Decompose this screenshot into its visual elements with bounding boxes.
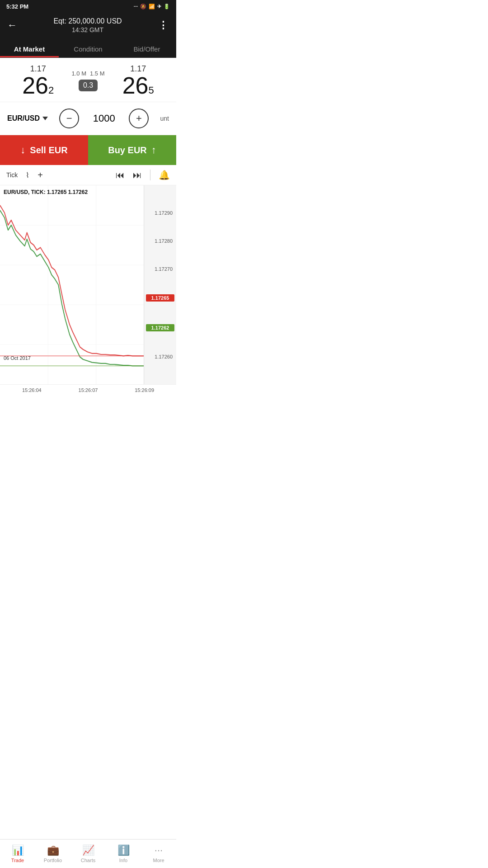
nav-portfolio-label: Portfolio — [44, 858, 62, 863]
go-first-button[interactable]: ⏮ — [116, 170, 125, 180]
trade-buttons: Sell EUR Buy EUR — [0, 135, 176, 165]
y-label-6: 1.17260 — [146, 354, 174, 359]
decrease-quantity-button[interactable]: − — [59, 108, 79, 128]
mute-icon: 🔕 — [140, 4, 146, 9]
nav-charts[interactable]: 📈 Charts — [70, 840, 106, 868]
spread-badge: 0.3 — [79, 80, 98, 91]
status-time: 5:32 PM — [6, 3, 28, 10]
nav-info[interactable]: ℹ️ Info — [106, 840, 141, 868]
header-info: Eqt: 250,000.00 USD 14:32 GMT — [17, 17, 158, 33]
sell-button[interactable]: Sell EUR — [0, 135, 88, 165]
nav-more[interactable]: ··· More — [141, 840, 176, 868]
sell-arrow-icon — [20, 144, 25, 156]
trade-icon: 📊 — [12, 844, 24, 856]
back-button[interactable]: ← — [7, 19, 17, 31]
header: ← Eqt: 250,000.00 USD 14:32 GMT ⋮ — [0, 13, 176, 40]
chart-y-axis: 1.17290 1.17280 1.17270 1.17265 1.17262 … — [144, 185, 176, 384]
controls-row: EUR/USD − 1000 + unt — [0, 102, 176, 135]
nav-trade-label: Trade — [11, 858, 24, 863]
y-label-2: 1.17280 — [146, 238, 174, 244]
price-section: 1.17 262 1.0 M 1.5 M 0.3 1.17 265 — [0, 58, 176, 102]
charts-icon: 📈 — [82, 844, 94, 856]
spread-info: 1.0 M 1.5 M 0.3 — [67, 70, 109, 91]
x-label-2: 15:26:07 — [79, 387, 98, 393]
sell-price-big: 262 — [9, 74, 67, 97]
info-icon: ℹ️ — [117, 844, 130, 856]
chart-area: EUR/USD, TICK: 1.17265 1.17262 06 Oct 20… — [0, 185, 176, 384]
battery-icon: 🔋 — [164, 4, 170, 9]
nav-portfolio[interactable]: 💼 Portfolio — [35, 840, 70, 868]
nav-trade[interactable]: 📊 Trade — [0, 840, 35, 868]
tab-condition[interactable]: Condition — [59, 40, 117, 57]
buy-arrow-icon — [151, 144, 156, 156]
add-drawing-button[interactable]: + — [38, 170, 43, 180]
buy-label: Buy EUR — [108, 145, 147, 156]
signal-icon: ··· — [134, 4, 138, 9]
price-alert-button[interactable]: 🔔 — [159, 170, 170, 180]
nav-charts-label: Charts — [81, 858, 95, 863]
y-label-1: 1.17290 — [146, 210, 174, 216]
tab-bar: At Market Condition Bid/Offer — [0, 40, 176, 58]
airplane-icon: ✈ — [157, 4, 161, 9]
wifi-icon: 📶 — [149, 4, 155, 9]
status-bar: 5:32 PM ··· 🔕 📶 ✈ 🔋 — [0, 0, 176, 13]
vol-left: 1.0 M — [71, 70, 86, 77]
volume-labels: 1.0 M 1.5 M — [71, 70, 104, 77]
pair-dropdown-arrow — [42, 117, 48, 120]
menu-button[interactable]: ⋮ — [158, 19, 169, 31]
nav-more-label: More — [153, 858, 164, 863]
price-tag-red: 1.17265 — [146, 294, 174, 302]
buy-price-big: 265 — [109, 74, 167, 97]
chart-inner: EUR/USD, TICK: 1.17265 1.17262 06 Oct 20… — [0, 185, 144, 384]
increase-quantity-button[interactable]: + — [129, 108, 149, 128]
tab-at-market[interactable]: At Market — [0, 40, 59, 57]
x-label-3: 15:26:09 — [135, 387, 154, 393]
sell-label: Sell EUR — [30, 145, 67, 156]
portfolio-icon: 💼 — [47, 844, 59, 856]
equity-display: Eqt: 250,000.00 USD — [17, 17, 158, 25]
pair-selector[interactable]: EUR/USD — [7, 114, 48, 123]
status-icons: ··· 🔕 📶 ✈ 🔋 — [134, 4, 170, 9]
chart-x-axis: 15:26:04 15:26:07 15:26:09 — [0, 384, 176, 396]
tick-button[interactable]: Tick — [6, 171, 18, 179]
more-icon: ··· — [155, 844, 163, 856]
buy-price: 1.17 265 — [109, 64, 167, 97]
y-label-3: 1.17270 — [146, 266, 174, 272]
go-last-button[interactable]: ⏭ — [133, 170, 142, 180]
tab-bid-offer[interactable]: Bid/Offer — [117, 40, 176, 57]
toolbar-divider — [150, 170, 150, 180]
header-time: 14:32 GMT — [17, 26, 158, 33]
wave-icon[interactable]: ⌇ — [26, 171, 29, 179]
chart-title: EUR/USD, TICK: 1.17265 1.17262 — [4, 189, 88, 195]
buy-button[interactable]: Buy EUR — [88, 135, 176, 165]
price-tag-green: 1.17262 — [146, 324, 174, 331]
chart-date-label: 06 Oct 2017 — [4, 355, 31, 361]
price-chart-svg — [0, 185, 144, 384]
bottom-nav: 📊 Trade 💼 Portfolio 📈 Charts ℹ️ Info ···… — [0, 839, 176, 868]
sell-price: 1.17 262 — [9, 64, 67, 97]
chart-toolbar: Tick ⌇ + ⏮ ⏭ 🔔 — [0, 165, 176, 185]
x-label-1: 15:26:04 — [22, 387, 42, 393]
vol-right: 1.5 M — [90, 70, 105, 77]
pair-label: EUR/USD — [7, 114, 40, 123]
unit-label: unt — [160, 115, 169, 122]
quantity-display: 1000 — [90, 113, 117, 124]
nav-info-label: Info — [119, 858, 127, 863]
